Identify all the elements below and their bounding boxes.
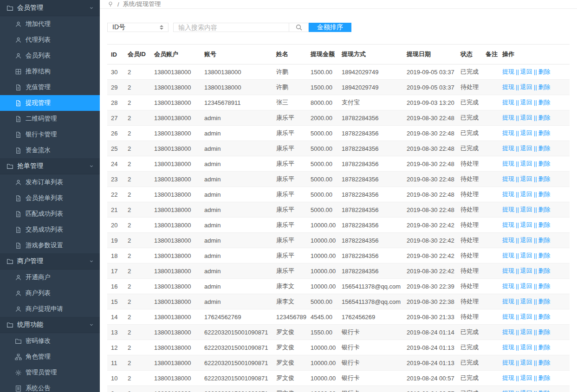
sidebar-item[interactable]: 资金流水 — [0, 142, 100, 158]
action-delete-link[interactable]: 删除 — [538, 160, 551, 167]
action-return-link[interactable]: 退回 — [520, 359, 532, 366]
action-delete-link[interactable]: 删除 — [538, 390, 551, 392]
action-withdraw-link[interactable]: 提现 — [502, 175, 514, 182]
action-return-link[interactable]: 退回 — [520, 114, 532, 121]
action-withdraw-link[interactable]: 提现 — [502, 344, 514, 351]
sidebar-item[interactable]: 系统公告 — [0, 380, 100, 392]
action-return-link[interactable]: 退回 — [520, 145, 532, 152]
action-delete-link[interactable]: 删除 — [538, 267, 551, 274]
breadcrumb-separator: / — [117, 1, 119, 8]
action-withdraw-link[interactable]: 提现 — [502, 237, 514, 244]
action-return-link[interactable]: 退回 — [520, 129, 532, 136]
action-delete-link[interactable]: 删除 — [538, 359, 551, 366]
action-withdraw-link[interactable]: 提现 — [502, 374, 514, 381]
action-return-link[interactable]: 退回 — [520, 390, 532, 392]
sidebar-item[interactable]: 银行卡管理 — [0, 127, 100, 142]
sidebar-item[interactable]: 推荐结构 — [0, 64, 100, 79]
action-return-link[interactable]: 退回 — [520, 206, 532, 213]
sidebar-item[interactable]: 会员抢单列表 — [0, 190, 100, 206]
action-return-link[interactable]: 退回 — [520, 328, 532, 335]
action-delete-link[interactable]: 删除 — [538, 99, 551, 106]
cell-status: 已完成 — [457, 64, 482, 80]
action-delete-link[interactable]: 删除 — [538, 283, 551, 289]
amount-sort-button[interactable]: 金额排序 — [309, 23, 351, 32]
action-withdraw-link[interactable]: 提现 — [502, 191, 514, 198]
action-return-link[interactable]: 退回 — [520, 191, 532, 198]
action-withdraw-link[interactable]: 提现 — [502, 313, 514, 320]
action-return-link[interactable]: 退回 — [520, 374, 532, 381]
sidebar-item[interactable]: 二维码管理 — [0, 111, 100, 127]
action-withdraw-link[interactable]: 提现 — [502, 252, 514, 259]
sidebar-item[interactable]: 密码修改 — [0, 333, 100, 349]
action-withdraw-link[interactable]: 提现 — [502, 99, 514, 106]
sidebar-item[interactable]: 商户列表 — [0, 285, 100, 301]
sidebar-item[interactable]: 充值管理 — [0, 79, 100, 95]
search-input[interactable] — [173, 23, 289, 32]
action-return-link[interactable]: 退回 — [520, 84, 532, 90]
action-return-link[interactable]: 退回 — [520, 298, 532, 305]
action-withdraw-link[interactable]: 提现 — [502, 84, 514, 90]
sidebar-group-3[interactable]: 商户管理 — [0, 253, 100, 270]
sidebar-item[interactable]: 游戏参数设置 — [0, 238, 100, 253]
action-withdraw-link[interactable]: 提现 — [502, 221, 514, 228]
filter-select[interactable]: ID号 — [107, 23, 169, 32]
action-return-link[interactable]: 退回 — [520, 68, 532, 75]
action-delete-link[interactable]: 删除 — [538, 237, 551, 244]
action-return-link[interactable]: 退回 — [520, 267, 532, 274]
action-withdraw-link[interactable]: 提现 — [502, 68, 514, 75]
sidebar-item[interactable]: 发布订单列表 — [0, 174, 100, 190]
sidebar-item[interactable]: 商户提现申请 — [0, 301, 100, 317]
action-delete-link[interactable]: 删除 — [538, 374, 551, 381]
action-delete-link[interactable]: 删除 — [538, 328, 551, 335]
sidebar-item[interactable]: 角色管理 — [0, 349, 100, 365]
action-return-link[interactable]: 退回 — [520, 221, 532, 228]
action-delete-link[interactable]: 删除 — [538, 114, 551, 121]
action-delete-link[interactable]: 删除 — [538, 129, 551, 136]
action-return-link[interactable]: 退回 — [520, 175, 532, 182]
action-return-link[interactable]: 退回 — [520, 99, 532, 106]
action-delete-link[interactable]: 删除 — [538, 206, 551, 213]
search-button[interactable] — [289, 23, 309, 32]
action-withdraw-link[interactable]: 提现 — [502, 298, 514, 305]
action-delete-link[interactable]: 删除 — [538, 313, 551, 320]
action-return-link[interactable]: 退回 — [520, 283, 532, 289]
action-withdraw-link[interactable]: 提现 — [502, 145, 514, 152]
action-return-link[interactable]: 退回 — [520, 237, 532, 244]
action-delete-link[interactable]: 删除 — [538, 175, 551, 182]
action-return-link[interactable]: 退回 — [520, 313, 532, 320]
sidebar-item[interactable]: 会员列表 — [0, 48, 100, 64]
action-delete-link[interactable]: 删除 — [538, 344, 551, 351]
action-withdraw-link[interactable]: 提现 — [502, 283, 514, 289]
sidebar-item[interactable]: 匹配成功列表 — [0, 206, 100, 222]
action-delete-link[interactable]: 删除 — [538, 298, 551, 305]
sidebar-item[interactable]: 交易成功列表 — [0, 222, 100, 238]
action-withdraw-link[interactable]: 提现 — [502, 206, 514, 213]
action-withdraw-link[interactable]: 提现 — [502, 390, 514, 392]
action-return-link[interactable]: 退回 — [520, 160, 532, 167]
sidebar-item[interactable]: 开通商户 — [0, 270, 100, 285]
cell-name: 罗文俊 — [272, 371, 307, 386]
action-withdraw-link[interactable]: 提现 — [502, 267, 514, 274]
action-delete-link[interactable]: 删除 — [538, 221, 551, 228]
cell-amount: 5000.00 — [307, 187, 338, 202]
sidebar-group-4[interactable]: 统用功能 — [0, 317, 100, 333]
action-withdraw-link[interactable]: 提现 — [502, 359, 514, 366]
action-return-link[interactable]: 退回 — [520, 252, 532, 259]
sidebar-group-1[interactable]: 会员管理 — [0, 0, 100, 16]
action-withdraw-link[interactable]: 提现 — [502, 328, 514, 335]
sidebar-item[interactable]: 管理员管理 — [0, 365, 100, 380]
sidebar-item[interactable]: 代理列表 — [0, 32, 100, 48]
sidebar-item[interactable]: 提现管理 — [0, 95, 100, 111]
action-delete-link[interactable]: 删除 — [538, 191, 551, 198]
action-delete-link[interactable]: 删除 — [538, 252, 551, 259]
action-withdraw-link[interactable]: 提现 — [502, 160, 514, 167]
action-return-link[interactable]: 退回 — [520, 344, 532, 351]
sidebar-group-2[interactable]: 抢单管理 — [0, 158, 100, 174]
action-delete-link[interactable]: 删除 — [538, 84, 551, 90]
cell-name: 康乐平 — [272, 110, 307, 126]
action-withdraw-link[interactable]: 提现 — [502, 114, 514, 121]
action-delete-link[interactable]: 删除 — [538, 145, 551, 152]
sidebar-item[interactable]: 增加代理 — [0, 16, 100, 32]
action-withdraw-link[interactable]: 提现 — [502, 129, 514, 136]
action-delete-link[interactable]: 删除 — [538, 68, 551, 75]
